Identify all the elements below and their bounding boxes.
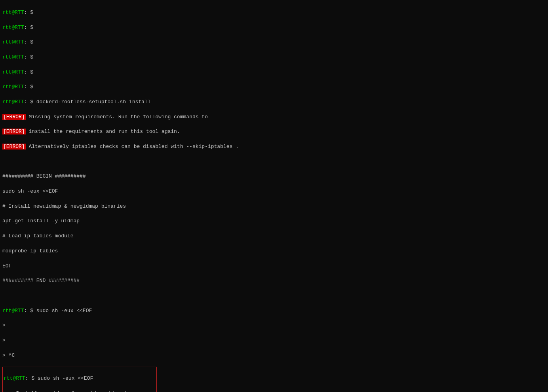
line-blank-2 [2, 292, 546, 300]
line-blank-1 [2, 158, 546, 166]
line-error-2: [ERROR] install the requirements and run… [2, 128, 546, 136]
line-ctrlc: > ^C [2, 352, 546, 360]
hline-2: > # Install newuidmap & newgidmap binari… [4, 390, 156, 392]
line-aptget: apt-get install -y uidmap [2, 218, 546, 225]
line-2: rtt@RTT: $ [2, 24, 546, 32]
terminal: rtt@RTT: $ rtt@RTT: $ rtt@RTT: $ rtt@RTT… [0, 0, 548, 392]
prompt: rtt@RTT [2, 9, 24, 15]
line-cmd-sudo-eof: rtt@RTT: $ sudo sh -eux <<EOF [2, 307, 546, 315]
highlight-block: rtt@RTT: $ sudo sh -eux <<EOF > # Instal… [2, 367, 157, 392]
line-gt-2: > [2, 337, 546, 345]
line-4: rtt@RTT: $ [2, 54, 546, 61]
line-6: rtt@RTT: $ [2, 83, 546, 91]
line-error-3: [ERROR] Alternatively iptables checks ca… [2, 143, 546, 151]
hline-1: rtt@RTT: $ sudo sh -eux <<EOF [4, 375, 156, 383]
line-end: ########## END ########## [2, 277, 546, 285]
line-eof: EOF [2, 263, 546, 270]
line-comment-2: # Load ip_tables module [2, 233, 546, 240]
line-begin: ########## BEGIN ########## [2, 173, 546, 180]
line-comment-1: # Install newuidmap & newgidmap binaries [2, 203, 546, 210]
line-sudo-eof: sudo sh -eux <<EOF [2, 188, 546, 195]
line-cmd-install: rtt@RTT: $ dockerd-rootless-setuptool.sh… [2, 98, 546, 106]
line-3: rtt@RTT: $ [2, 39, 546, 46]
line-5: rtt@RTT: $ [2, 69, 546, 76]
line-1: rtt@RTT: $ [2, 9, 546, 17]
line-modprobe: modprobe ip_tables [2, 248, 546, 255]
line-error-1: [ERROR] Missing system requirements. Run… [2, 114, 546, 121]
line-gt-1: > [2, 322, 546, 330]
